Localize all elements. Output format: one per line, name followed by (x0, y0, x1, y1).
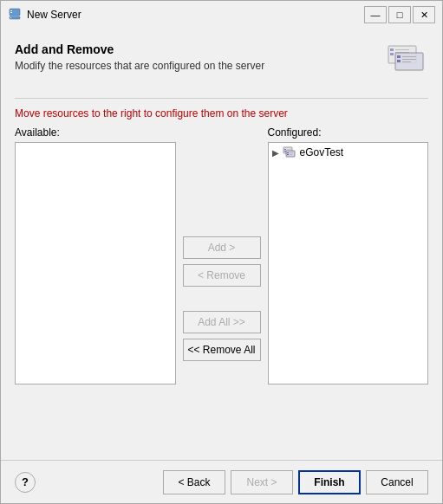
add-button[interactable]: Add > (183, 236, 261, 259)
configured-label: Configured: (268, 126, 429, 139)
expand-arrow-icon: ▶ (272, 148, 279, 158)
next-button[interactable]: Next > (231, 470, 293, 494)
configured-item-label: eGovTest (300, 146, 344, 158)
page-title: Add and Remove (15, 42, 376, 56)
bottom-bar: ? < Back Next > Finish Cancel (1, 460, 442, 503)
configured-list[interactable]: ▶ (268, 142, 429, 384)
server-icon (383, 42, 428, 87)
svg-rect-14 (402, 56, 416, 57)
content-area: Add and Remove Modify the resources that… (1, 29, 442, 460)
svg-rect-2 (10, 12, 12, 13)
svg-rect-26 (290, 154, 292, 155)
svg-rect-22 (286, 151, 295, 157)
svg-rect-16 (402, 61, 411, 62)
title-icon (8, 7, 22, 23)
svg-rect-13 (397, 60, 401, 62)
svg-rect-8 (395, 49, 409, 50)
svg-rect-25 (290, 152, 293, 153)
svg-rect-1 (10, 10, 12, 11)
header-text: Add and Remove Modify the resources that… (15, 42, 376, 72)
svg-rect-4 (10, 17, 11, 18)
configured-item-egovtest[interactable]: ▶ (269, 143, 428, 162)
server-item-icon (283, 145, 296, 159)
back-button[interactable]: < Back (163, 470, 225, 494)
available-list[interactable] (15, 142, 176, 384)
cancel-button[interactable]: Cancel (366, 470, 428, 494)
remove-all-button[interactable]: << Remove All (183, 339, 261, 361)
window-controls: — □ ✕ (364, 6, 435, 23)
available-label: Available: (15, 126, 176, 139)
header-divider (15, 98, 428, 99)
window-title: New Server (27, 9, 364, 21)
help-button[interactable]: ? (15, 472, 36, 493)
add-all-button[interactable]: Add All >> (183, 311, 261, 333)
page-subtitle: Modify the resources that are configured… (15, 60, 376, 72)
svg-rect-6 (390, 48, 394, 51)
svg-rect-23 (287, 152, 289, 153)
nav-buttons: < Back Next > Finish Cancel (163, 470, 428, 494)
svg-rect-7 (390, 53, 394, 55)
svg-rect-18 (284, 149, 286, 150)
maximize-button[interactable]: □ (388, 6, 411, 23)
remove-button[interactable]: < Remove (183, 264, 261, 287)
panels-area: Available: Add > < Remove Add All >> << … (15, 126, 428, 453)
title-bar: New Server — □ ✕ (1, 1, 442, 29)
svg-rect-12 (397, 55, 401, 58)
action-buttons: Add > < Remove Add All >> << Remove All (176, 126, 268, 453)
svg-rect-15 (402, 59, 416, 60)
configured-panel: Configured: ▶ (268, 126, 429, 384)
available-panel: Available: (15, 126, 176, 384)
header-section: Add and Remove Modify the resources that… (15, 42, 428, 87)
instruction-text: Move resources to the right to configure… (15, 107, 428, 120)
window: New Server — □ ✕ Add and Remove Modify t… (0, 0, 443, 504)
svg-rect-24 (287, 154, 289, 155)
minimize-button[interactable]: — (364, 6, 387, 23)
close-button[interactable]: ✕ (413, 6, 435, 23)
svg-rect-20 (287, 149, 291, 150)
finish-button[interactable]: Finish (298, 470, 361, 494)
